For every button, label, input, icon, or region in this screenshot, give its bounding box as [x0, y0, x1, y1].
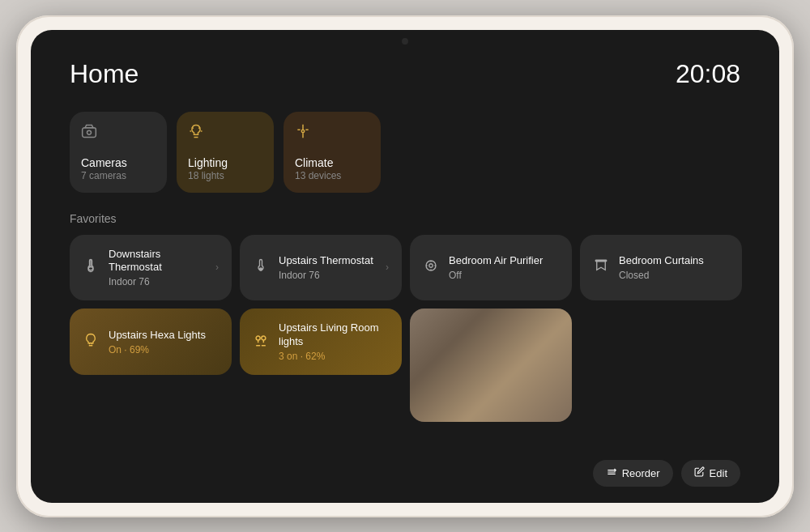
time-display: 20:08 — [676, 59, 740, 89]
device-card-upstairs-thermostat[interactable]: Upstairs Thermostat Indoor 76 › — [240, 235, 402, 301]
camera-dot — [402, 38, 408, 45]
bottom-buttons: Reorder Edit — [593, 460, 740, 487]
downstairs-thermostat-status: Indoor 76 — [109, 276, 206, 287]
reorder-icon — [606, 466, 617, 480]
header: Home 20:08 — [70, 59, 740, 89]
upstairs-thermostat-name: Upstairs Thermostat — [279, 254, 376, 268]
lighting-count: 18 lights — [188, 170, 262, 181]
svg-point-1 — [87, 130, 92, 134]
devices-grid: Downstairs Thermostat Indoor 76 › Upstai… — [70, 235, 740, 423]
svg-rect-9 — [595, 260, 607, 262]
bedroom-curtains-name: Bedroom Curtains — [619, 254, 729, 268]
category-tile-lighting[interactable]: Lighting 18 lights — [177, 112, 274, 193]
thermometer-icon-2 — [253, 258, 269, 277]
device-screen: Home 20:08 Cameras 7 cameras — [31, 30, 779, 503]
bedroom-curtains-status: Closed — [619, 270, 729, 281]
device-card-upstairs-hexa-lights[interactable]: Upstairs Hexa Lights On · 69% — [70, 309, 232, 375]
svg-point-11 — [262, 336, 266, 340]
bedroom-air-purifier-status: Off — [449, 270, 559, 281]
device-frame: Home 20:08 Cameras 7 cameras — [16, 15, 794, 517]
svg-point-6 — [259, 267, 263, 271]
lighting-label: Lighting — [188, 156, 262, 170]
air-purifier-icon — [423, 258, 439, 277]
svg-point-7 — [426, 261, 436, 270]
camera-icon — [81, 123, 156, 143]
device-card-bedroom-curtains[interactable]: Bedroom Curtains Closed — [580, 235, 742, 301]
cameras-label: Cameras — [81, 156, 156, 170]
group-lights-icon — [253, 332, 269, 352]
climate-count: 13 devices — [295, 170, 369, 181]
favorites-label: Favorites — [70, 212, 740, 225]
page-title: Home — [70, 59, 139, 89]
category-tile-cameras[interactable]: Cameras 7 cameras — [70, 112, 167, 193]
edit-icon — [694, 466, 705, 479]
reorder-button[interactable]: Reorder — [593, 460, 673, 487]
device-card-downstairs-thermostat[interactable]: Downstairs Thermostat Indoor 76 › — [70, 235, 232, 301]
upstairs-living-room-lights-status: 3 on · 62% — [279, 351, 389, 362]
device-card-upstairs-living-room-lights[interactable]: Upstairs Living Room lights 3 on · 62% — [240, 309, 402, 375]
upstairs-hexa-lights-status: On · 69% — [109, 344, 219, 355]
reorder-label: Reorder — [622, 467, 660, 479]
bulb-icon — [83, 333, 99, 351]
device-card-bedroom-air-purifier[interactable]: Bedroom Air Purifier Off — [410, 235, 572, 301]
bedroom-air-purifier-name: Bedroom Air Purifier — [449, 254, 559, 268]
camera-preview-image — [410, 309, 572, 422]
svg-point-10 — [256, 336, 260, 340]
cameras-count: 7 cameras — [81, 170, 156, 181]
edit-label: Edit — [710, 467, 727, 479]
camera-preview[interactable] — [410, 309, 572, 422]
climate-icon — [295, 123, 369, 143]
category-grid: Cameras 7 cameras Lighting 18 li — [70, 112, 740, 193]
upstairs-living-room-lights-name: Upstairs Living Room lights — [279, 321, 389, 349]
downstairs-thermostat-name: Downstairs Thermostat — [109, 248, 206, 275]
svg-rect-0 — [83, 127, 96, 137]
svg-point-8 — [429, 264, 433, 268]
category-tile-climate[interactable]: Climate 13 devices — [284, 112, 381, 193]
chevron-right-icon: › — [215, 262, 219, 273]
upstairs-thermostat-status: Indoor 76 — [279, 270, 376, 281]
thermometer-icon — [83, 258, 99, 277]
edit-button[interactable]: Edit — [681, 460, 740, 487]
chevron-right-icon-2: › — [386, 262, 389, 273]
lighting-icon — [188, 123, 262, 143]
climate-label: Climate — [295, 156, 369, 170]
curtains-icon — [593, 258, 609, 277]
upstairs-hexa-lights-name: Upstairs Hexa Lights — [109, 329, 219, 343]
